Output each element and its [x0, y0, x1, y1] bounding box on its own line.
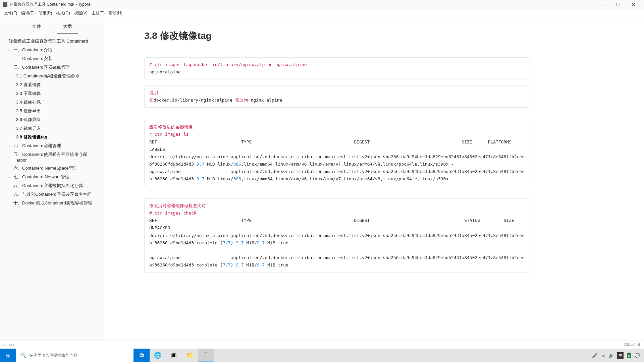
typora-icon[interactable]: T — [198, 349, 214, 362]
sidebar-tabs: 文件 大纲 — [0, 17, 104, 34]
outline-item-8[interactable]: 八、Containerd容器数据持久化存储 — [0, 181, 104, 190]
code-line: 查看修改后的容器镜像 — [149, 124, 193, 129]
sidebar: 文件 大纲 轻量级或工业级容器管理工具 Containerd ›一、Contai… — [0, 17, 104, 341]
code-block-3[interactable]: 查看修改后的容器镜像 # ctr images ls REF TYPE DIGE… — [144, 120, 530, 186]
code-span: ,linux/amd64,linux/arm/v6,linux/arm/v7,l… — [241, 176, 454, 181]
menu-theme[interactable]: 主题(T) — [90, 10, 107, 16]
search-icon: 🔍 — [20, 352, 26, 358]
outline-label: 九、与其它Containerd容器共享命名空间 — [13, 191, 92, 197]
word-count[interactable]: 10597 词 — [624, 342, 640, 348]
code-span: nginx:alpine — [248, 98, 282, 103]
maximize-button[interactable]: ❐ — [610, 0, 626, 9]
menu-help[interactable]: 帮助(H) — [107, 10, 124, 16]
outline-item-9[interactable]: 九、与其它Containerd容器共享命名空间 — [0, 190, 104, 199]
outline-item-3[interactable]: ⌄三、Containerd容器镜像管理 — [0, 63, 104, 72]
code-line: nginx:alpine — [149, 69, 181, 74]
mic-icon[interactable]: 🎤 — [592, 353, 597, 358]
outline-item-3-6[interactable]: 3.6 镜像删除 — [0, 115, 104, 124]
tab-outline[interactable]: 大纲 — [57, 21, 78, 34]
network-icon[interactable]: 🖥 — [601, 353, 605, 358]
outline-item-10[interactable]: 十、Docker集成Containerd实现容器管理 — [0, 199, 104, 207]
outline-root[interactable]: 轻量级或工业级容器管理工具 Containerd — [0, 37, 104, 46]
code-span: 9.7 — [236, 262, 244, 267]
code-line: # ctr images tag docker.io/library/nginx… — [149, 62, 307, 67]
explorer-icon[interactable]: 📁 — [182, 349, 198, 362]
code-block-1[interactable]: # ctr images tag docker.io/library/nginx… — [144, 57, 530, 79]
close-button[interactable]: ✕ — [626, 0, 641, 9]
outline-item-1[interactable]: ›一、Containerd介绍 — [0, 46, 104, 54]
ime-lang[interactable]: 中 — [617, 352, 624, 359]
outline-label: 十、Docker集成Containerd实现容器管理 — [13, 200, 92, 206]
tray-chevron-icon[interactable]: ˄ — [586, 353, 589, 358]
back-button[interactable]: ‹ — [4, 343, 5, 347]
vscode-icon[interactable]: ⧉ — [133, 349, 150, 362]
outline-label: 八、Containerd容器数据持久化存储 — [13, 183, 83, 189]
code-block-2[interactable]: 说明： 把docker.io/library/nginx:alpine 修改为 … — [144, 85, 530, 108]
outline-item-7[interactable]: ›七、Containerd Network管理 — [0, 173, 104, 181]
outline-label: 七、Containerd Network管理 — [13, 174, 69, 180]
chevron-right-icon: › — [9, 144, 13, 148]
ime-mode[interactable]: s — [627, 353, 632, 358]
code-line: REF TYPE DIGEST SIZE PLATFORMS LABELS — [149, 139, 593, 152]
code-span: MiB/ — [244, 240, 257, 245]
code-span: 7/7 — [223, 240, 230, 245]
statusbar: ‹ </> 10597 词 — [0, 341, 644, 349]
code-span: ) — [231, 240, 236, 245]
chrome-icon[interactable]: 🌐 — [150, 349, 166, 362]
code-span: 把 — [149, 98, 154, 103]
code-span: MiB true — [265, 262, 288, 267]
outline-item-3-4[interactable]: 3.4 镜像挂载 — [0, 98, 104, 107]
code-span: 修改为 — [235, 98, 248, 103]
code-span: 386 — [233, 176, 241, 181]
code-span: ,linux/amd64,linux/arm/v6,linux/arm/v7,l… — [241, 162, 454, 167]
outline-item-3-7[interactable]: 3.7 镜像导入 — [0, 124, 104, 133]
code-span: 386 — [233, 162, 241, 167]
code-span: MiB true — [265, 240, 288, 245]
code-span: 9.7 — [197, 176, 204, 181]
outline-item-5[interactable]: ›五、Containerd使用私有容器镜像仓库 Harbor — [0, 150, 104, 164]
editor[interactable]: 3.8 修改镜像tag # ctr images tag docker.io/l… — [104, 17, 644, 341]
menu-format[interactable]: 格式(O) — [54, 10, 72, 16]
outline-item-6[interactable]: 六、Containerd NameSpace管理 — [0, 164, 104, 173]
minimize-button[interactable]: — — [595, 0, 610, 9]
code-span: MiB/ — [244, 262, 257, 267]
start-button[interactable]: ⊞ — [0, 349, 16, 362]
outline-item-2[interactable]: ›二、Containerd安装 — [0, 54, 104, 63]
outline-item-3-1[interactable]: 3.1 Containerd容器镜像管理命令 — [0, 72, 104, 80]
outline-item-3-8[interactable]: 3.8 修改镜像tag — [0, 133, 104, 141]
outline-label: 三、Containerd容器镜像管理 — [13, 64, 70, 70]
menu-paragraph[interactable]: 段落(P) — [37, 10, 54, 16]
outline-item-3-5[interactable]: 3.5 镜像导出 — [0, 107, 104, 115]
code-span: 7/7 — [223, 262, 230, 267]
tab-file[interactable]: 文件 — [26, 21, 47, 34]
outline-item-4[interactable]: ›四、Containerd容器管理 — [0, 141, 104, 150]
outline-item-3-2[interactable]: 3.2 查看镜像 — [0, 80, 104, 89]
outline-label: 五、Containerd使用私有容器镜像仓库 Harbor — [13, 152, 101, 163]
notifications-icon[interactable]: 💬 — [635, 353, 640, 358]
taskbar-apps: ⧉ 🌐 ▣ 📁 T — [133, 349, 214, 362]
outline: 轻量级或工业级容器管理工具 Containerd ›一、Containerd介绍… — [0, 34, 104, 211]
app-icon[interactable]: ▣ — [166, 349, 182, 362]
menubar: 文件(F) 编辑(E) 段落(P) 格式(O) 视图(V) 主题(T) 帮助(H… — [0, 9, 644, 17]
code-span: 9.7 — [197, 162, 204, 167]
menu-file[interactable]: 文件(F) — [2, 10, 19, 16]
code-line: REF TYPE DIGEST STATUS SIZE UNPACKED — [149, 218, 546, 230]
menu-edit[interactable]: 编辑(E) — [19, 10, 37, 16]
chevron-right-icon: › — [9, 57, 13, 61]
code-span: nginx:alpine application/vnd.docker.dist… — [149, 255, 525, 267]
window-title: 轻量级容器管理工具 Containerd.md• - Typora — [9, 2, 90, 7]
code-span: 9.7 — [257, 262, 265, 267]
taskbar-search[interactable]: 🔍 在这里输入你要搜索的内容 — [16, 349, 133, 362]
outline-item-3-3[interactable]: 3.3 下载镜像 — [0, 89, 104, 98]
code-line: # ctr images check — [149, 210, 197, 216]
source-mode-button[interactable]: </> — [9, 343, 14, 347]
code-line: # ctr images ls — [149, 132, 189, 137]
heading[interactable]: 3.8 修改镜像tag — [144, 29, 530, 45]
code-block-4[interactable]: 修改后对容器镜像做检查比对 # ctr images check REF TYP… — [144, 198, 530, 273]
search-placeholder: 在这里输入你要搜索的内容 — [29, 353, 77, 358]
menu-view[interactable]: 视图(V) — [72, 10, 90, 16]
volume-icon[interactable]: 🔊 — [608, 353, 614, 358]
heading-text: 3.8 修改镜像tag — [144, 31, 212, 41]
outline-label: 四、Containerd容器管理 — [13, 143, 61, 149]
text-cursor — [232, 33, 232, 40]
